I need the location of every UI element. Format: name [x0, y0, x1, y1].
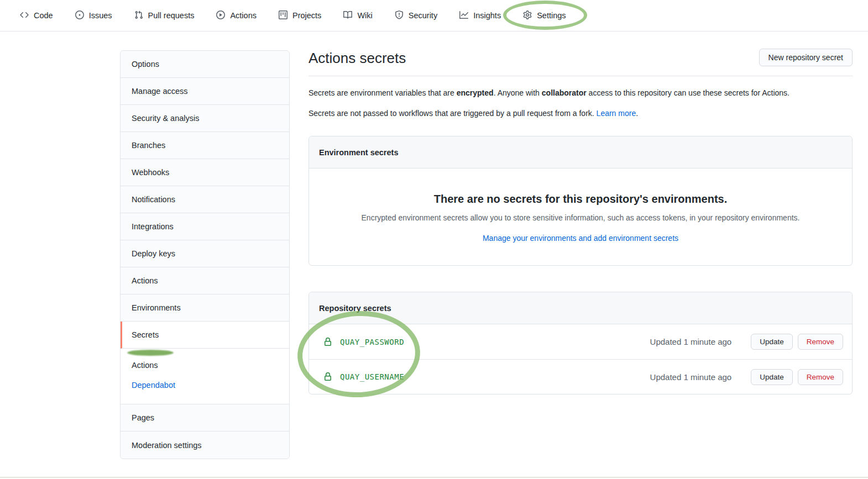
tab-label: Wiki	[357, 11, 372, 20]
project-icon	[279, 10, 287, 21]
sidebar-item-label: Secrets	[132, 330, 159, 339]
tab-label: Issues	[89, 11, 112, 20]
environment-secrets-header: Environment secrets	[309, 136, 852, 169]
update-secret-button[interactable]: Update	[751, 369, 793, 385]
empty-state-title: There are no secrets for this repository…	[331, 193, 830, 206]
sidebar-item-moderation-settings[interactable]: Moderation settings	[121, 431, 289, 459]
tab-actions[interactable]: Actions	[205, 0, 268, 31]
settings-sidebar: Options Manage access Security & analysi…	[120, 50, 290, 459]
repo-tab-bar: Code Issues Pull requests Actions Projec…	[0, 0, 868, 31]
sidebar-subitem-actions[interactable]: Actions	[132, 355, 278, 375]
sidebar-subitem-label: Dependabot	[132, 381, 175, 389]
sidebar-item-webhooks[interactable]: Webhooks	[121, 159, 289, 186]
sidebar-item-options[interactable]: Options	[121, 51, 289, 78]
tab-security[interactable]: Security	[384, 0, 448, 31]
environment-secrets-empty-state: There are no secrets for this repository…	[309, 169, 852, 265]
sidebar-item-deploy-keys[interactable]: Deploy keys	[121, 240, 289, 267]
sidebar-item-secrets[interactable]: Secrets	[121, 322, 289, 349]
sidebar-subitem-dependabot[interactable]: Dependabot	[132, 375, 278, 395]
tab-label: Settings	[537, 11, 566, 20]
page-title: Actions secrets	[308, 50, 406, 67]
intro-text: Secrets are not passed to workflows that…	[308, 109, 597, 118]
lock-icon	[323, 372, 332, 381]
manage-environments-link[interactable]: Manage your environments and add environ…	[483, 234, 678, 243]
remove-secret-button[interactable]: Remove	[798, 334, 843, 350]
update-secret-button[interactable]: Update	[751, 334, 793, 350]
git-pull-request-icon	[134, 10, 143, 21]
actions-secrets-pane: Actions secrets New repository secret Se…	[308, 49, 853, 394]
sidebar-item-environments[interactable]: Environments	[121, 294, 289, 322]
book-icon	[343, 10, 352, 21]
gear-icon	[523, 10, 532, 21]
secret-row-actions: Updated 1 minute ago Update Remove	[650, 334, 843, 350]
tab-code[interactable]: Code	[9, 0, 64, 31]
lock-icon	[323, 338, 332, 346]
play-icon	[216, 10, 225, 21]
secret-updated-text: Updated 1 minute ago	[650, 337, 732, 346]
code-icon	[20, 10, 29, 21]
sidebar-item-label: Pages	[132, 413, 154, 422]
sidebar-item-label: Webhooks	[132, 168, 169, 177]
intro-text: . Anyone with	[494, 88, 542, 97]
tab-label: Actions	[230, 11, 257, 20]
shield-icon	[395, 10, 404, 21]
tab-label: Security	[409, 11, 437, 20]
sidebar-item-pages[interactable]: Pages	[121, 404, 289, 431]
intro-bold-collaborator: collaborator	[542, 88, 587, 97]
tab-pull-requests[interactable]: Pull requests	[123, 0, 206, 31]
intro-text: Secrets are environment variables that a…	[308, 88, 457, 97]
repository-secrets-header: Repository secrets	[309, 292, 852, 324]
sidebar-subitem-label: Actions	[132, 361, 158, 370]
tab-label: Insights	[473, 11, 501, 20]
intro-text: .	[636, 109, 638, 118]
sidebar-item-label: Branches	[132, 141, 165, 150]
sidebar-item-label: Actions	[132, 276, 158, 285]
sidebar-item-label: Notifications	[132, 195, 175, 204]
learn-more-link[interactable]: Learn more	[597, 109, 636, 118]
tab-label: Pull requests	[148, 11, 195, 20]
remove-secret-button[interactable]: Remove	[798, 369, 843, 385]
intro-paragraph-1: Secrets are environment variables that a…	[308, 87, 853, 99]
repository-secrets-box: Repository secrets QUAY_PASSWORD Updated…	[308, 292, 853, 394]
tab-insights[interactable]: Insights	[448, 0, 512, 31]
page-header: Actions secrets New repository secret	[308, 49, 853, 76]
tab-projects[interactable]: Projects	[268, 0, 332, 31]
box-header-label: Repository secrets	[319, 304, 391, 313]
empty-state-description: Encrypted environment secrets allow you …	[331, 213, 830, 222]
sidebar-item-label: Manage access	[132, 87, 188, 96]
secrets-subsection: Actions Dependabot	[121, 349, 289, 404]
sidebar-item-actions[interactable]: Actions	[121, 267, 289, 294]
box-header-label: Environment secrets	[319, 148, 398, 157]
environment-secrets-box: Environment secrets There are no secrets…	[308, 136, 853, 266]
sidebar-item-notifications[interactable]: Notifications	[121, 186, 289, 213]
secret-row-quay-username: QUAY_USERNAME Updated 1 minute ago Updat…	[309, 359, 852, 394]
new-repository-secret-button[interactable]: New repository secret	[759, 49, 853, 66]
sidebar-item-integrations[interactable]: Integrations	[121, 213, 289, 240]
secret-row-quay-password: QUAY_PASSWORD Updated 1 minute ago Updat…	[309, 324, 852, 359]
graph-icon	[459, 10, 468, 21]
sidebar-item-label: Integrations	[132, 222, 174, 231]
secret-row-actions: Updated 1 minute ago Update Remove	[650, 369, 843, 385]
secret-updated-text: Updated 1 minute ago	[650, 372, 732, 382]
issue-opened-icon	[75, 10, 84, 21]
sidebar-item-manage-access[interactable]: Manage access	[121, 78, 289, 105]
sidebar-item-label: Deploy keys	[132, 249, 175, 258]
tab-label: Projects	[292, 11, 321, 20]
intro-paragraph-2: Secrets are not passed to workflows that…	[308, 108, 853, 119]
intro-bold-encrypted: encrypted	[457, 88, 494, 97]
sidebar-item-label: Environments	[132, 303, 181, 312]
tab-label: Code	[34, 11, 53, 20]
secret-name: QUAY_PASSWORD	[340, 338, 404, 346]
sidebar-item-label: Moderation settings	[132, 441, 202, 450]
tab-wiki[interactable]: Wiki	[332, 0, 383, 31]
sidebar-item-branches[interactable]: Branches	[121, 132, 289, 159]
tab-settings[interactable]: Settings	[512, 0, 577, 31]
tab-issues[interactable]: Issues	[64, 0, 123, 31]
sidebar-item-label: Options	[132, 60, 159, 69]
intro-text: access to this repository can use these …	[587, 88, 789, 97]
sidebar-item-label: Security & analysis	[132, 114, 200, 123]
footer-divider	[0, 477, 868, 478]
sidebar-item-security-analysis[interactable]: Security & analysis	[121, 105, 289, 132]
secret-name: QUAY_USERNAME	[340, 372, 404, 381]
